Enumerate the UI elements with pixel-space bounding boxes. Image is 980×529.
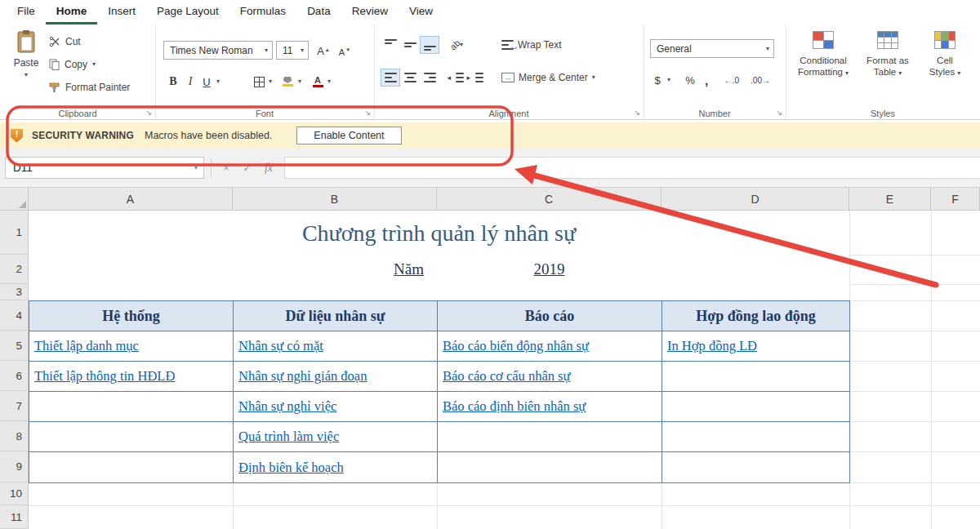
format-as-table-button[interactable]: Format as Table▾: [859, 31, 916, 79]
ribbon-tab-review[interactable]: Review: [341, 0, 399, 24]
menu-table-header-cell[interactable]: Hệ thống: [29, 301, 234, 331]
year-value-cell[interactable]: 2019: [437, 255, 662, 284]
font-name-combo[interactable]: Times New Roman ▾: [163, 41, 273, 60]
increase-indent-button[interactable]: ▸: [466, 69, 485, 87]
sheet-title-cell[interactable]: Chương trình quản lý nhân sự: [29, 211, 849, 255]
cell-styles-button[interactable]: Cell Styles▾: [920, 31, 970, 79]
italic-button[interactable]: I: [183, 72, 198, 91]
sheet-cell[interactable]: Nhân sự có mặt: [234, 331, 438, 362]
number-format-dropdown-icon[interactable]: ▾: [766, 46, 769, 52]
accounting-dropdown-icon[interactable]: ▾: [665, 70, 673, 90]
row-header-11[interactable]: 11: [0, 505, 29, 529]
underline-dropdown-icon[interactable]: ▾: [214, 72, 222, 91]
accounting-format-button[interactable]: $: [650, 70, 665, 90]
menu-table-header-cell[interactable]: Báo cáo: [438, 301, 662, 331]
year-label-cell[interactable]: Năm: [233, 255, 437, 284]
column-header-E[interactable]: E: [849, 188, 931, 211]
row-header-1[interactable]: 1: [0, 211, 29, 255]
row-header-10[interactable]: 10: [0, 482, 29, 505]
sheet-cell[interactable]: [438, 422, 662, 452]
align-middle-button[interactable]: [400, 36, 420, 54]
paste-button[interactable]: Paste ▾: [7, 29, 46, 108]
sheet-cell[interactable]: In Hợp đồng LĐ: [662, 331, 850, 362]
sheet-cell[interactable]: [29, 422, 234, 452]
row-header-2[interactable]: 2: [0, 255, 29, 284]
borders-button[interactable]: [252, 72, 266, 91]
column-header-F[interactable]: F: [931, 188, 980, 211]
row-header-6[interactable]: 6: [0, 361, 29, 391]
sheet-cell[interactable]: [662, 392, 850, 422]
name-box[interactable]: D11 ▾: [5, 157, 204, 179]
font-name-dropdown-icon[interactable]: ▾: [265, 47, 268, 54]
font-color-dropdown-icon[interactable]: ▾: [325, 72, 333, 91]
sheet-hyperlink[interactable]: Nhân sự có mặt: [238, 338, 323, 353]
row-header-3[interactable]: 3: [0, 284, 29, 300]
sheet-cell[interactable]: Thiết lập thông tin HĐLĐ: [29, 362, 234, 392]
sheet-cell[interactable]: Nhân sự nghỉ gián đoạn: [234, 362, 438, 392]
column-header-D[interactable]: D: [662, 188, 849, 211]
font-dialog-launcher-icon[interactable]: ↘: [364, 109, 371, 117]
sheet-cell[interactable]: [29, 392, 234, 422]
sheet-hyperlink[interactable]: In Hợp đồng LĐ: [667, 338, 757, 353]
decrease-decimal-button[interactable]: .00→: [746, 70, 774, 90]
sheet-hyperlink[interactable]: Báo cáo cơ cấu nhân sự: [443, 368, 570, 384]
column-header-A[interactable]: A: [29, 188, 233, 211]
sheet-cell[interactable]: Quá trình làm việc: [234, 422, 438, 452]
borders-dropdown-icon[interactable]: ▾: [266, 72, 274, 91]
cut-button[interactable]: Cut: [49, 33, 81, 51]
cancel-entry-button[interactable]: ×: [217, 158, 235, 177]
merge-center-button[interactable]: ↔ Merge & Center ▾: [501, 69, 595, 87]
sheet-cell[interactable]: Báo cáo định biên nhân sự: [438, 392, 662, 422]
orientation-button[interactable]: ab▾: [444, 36, 469, 54]
sheet-hyperlink[interactable]: Thiết lập thông tin HĐLĐ: [34, 368, 175, 384]
column-header-B[interactable]: B: [233, 188, 437, 211]
enable-content-button[interactable]: Enable Content: [296, 127, 401, 144]
alignment-dialog-launcher-icon[interactable]: ↘: [634, 109, 640, 117]
sheet-cell[interactable]: Thiết lập danh mục: [29, 331, 234, 362]
sheet-cell[interactable]: Báo cáo cơ cấu nhân sự: [438, 362, 662, 392]
number-dialog-launcher-icon[interactable]: ↘: [776, 109, 782, 117]
merge-center-dropdown-icon[interactable]: ▾: [592, 74, 595, 81]
underline-button[interactable]: U: [199, 72, 214, 91]
sheet-hyperlink[interactable]: Báo cáo biến động nhân sự: [443, 338, 589, 353]
sheet-hyperlink[interactable]: Định biên kế hoạch: [238, 460, 344, 475]
ribbon-tab-page-layout[interactable]: Page Layout: [146, 0, 229, 24]
font-size-dropdown-icon[interactable]: ▾: [301, 47, 304, 54]
insert-function-button[interactable]: fx: [260, 158, 278, 177]
ribbon-tab-insert[interactable]: Insert: [97, 0, 146, 24]
sheet-hyperlink[interactable]: Quá trình làm việc: [238, 429, 339, 444]
ribbon-tab-data[interactable]: Data: [296, 0, 341, 24]
bold-button[interactable]: B: [165, 72, 181, 91]
sheet-hyperlink[interactable]: Thiết lập danh mục: [34, 338, 139, 353]
copy-button[interactable]: Copy ▾: [49, 56, 96, 73]
ribbon-tab-formulas[interactable]: Formulas: [229, 0, 296, 24]
increase-font-size-button[interactable]: A▲: [314, 41, 333, 60]
row-header-4[interactable]: 4: [0, 300, 29, 331]
align-top-button[interactable]: [381, 36, 400, 54]
font-color-button[interactable]: A: [310, 72, 325, 91]
sheet-hyperlink[interactable]: Báo cáo định biên nhân sự: [443, 398, 586, 414]
align-center-button[interactable]: [400, 69, 420, 87]
sheet-cell[interactable]: [662, 422, 850, 452]
formula-input[interactable]: [284, 157, 980, 179]
sheet-cell[interactable]: [662, 452, 850, 483]
ribbon-tab-home[interactable]: Home: [46, 0, 98, 24]
row-header-9[interactable]: 9: [0, 451, 29, 482]
select-all-button[interactable]: [0, 188, 29, 211]
column-header-C[interactable]: C: [437, 188, 662, 211]
name-box-dropdown-icon[interactable]: ▾: [194, 165, 198, 171]
sheet-cell[interactable]: [438, 452, 662, 483]
sheet-cell[interactable]: Nhân sự nghỉ việc: [234, 392, 438, 422]
wrap-text-button[interactable]: ↩ Wrap Text: [501, 36, 562, 54]
sheet-cell[interactable]: [29, 452, 234, 483]
row-header-5[interactable]: 5: [0, 331, 29, 361]
clipboard-dialog-launcher-icon[interactable]: ↘: [145, 109, 152, 117]
number-format-combo[interactable]: General ▾: [650, 39, 774, 58]
sheet-hyperlink[interactable]: Nhân sự nghỉ gián đoạn: [238, 368, 367, 384]
copy-dropdown-icon[interactable]: ▾: [92, 61, 96, 68]
sheet-cell[interactable]: Định biên kế hoạch: [234, 452, 438, 483]
font-size-combo[interactable]: 11 ▾: [276, 41, 309, 60]
align-right-button[interactable]: [420, 69, 439, 87]
row-header-8[interactable]: 8: [0, 421, 29, 451]
sheet-cell[interactable]: Báo cáo biến động nhân sự: [438, 331, 662, 362]
